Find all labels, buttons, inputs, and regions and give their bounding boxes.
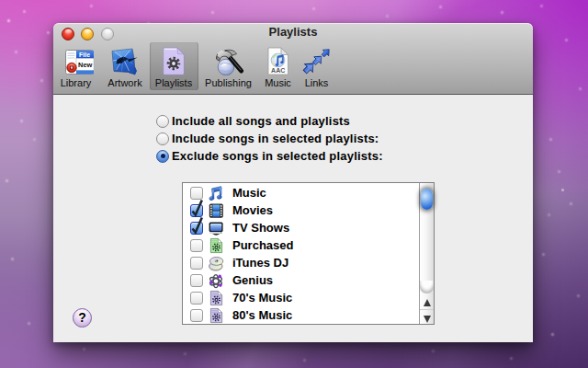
svg-text:New: New bbox=[78, 61, 93, 69]
svg-text:File: File bbox=[78, 52, 89, 58]
svg-text:AAC: AAC bbox=[271, 67, 285, 74]
